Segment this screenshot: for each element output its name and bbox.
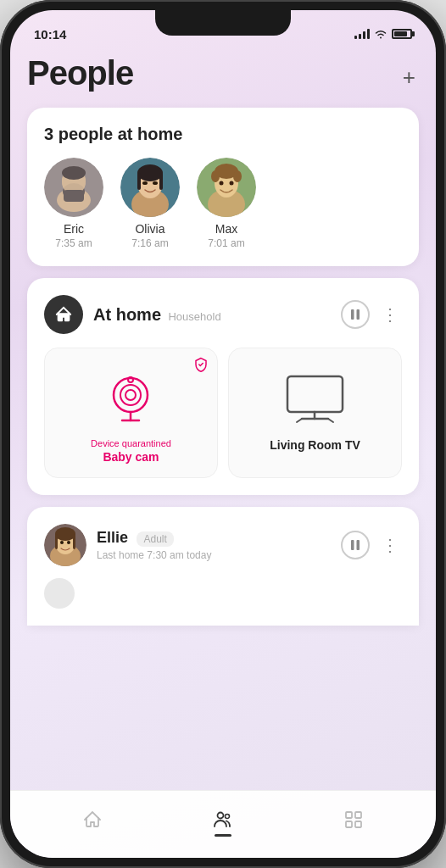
person-item-eric[interactable]: Eric 7:35 am	[44, 158, 103, 249]
person-name-olivia: Olivia	[135, 222, 164, 236]
at-home-title: At home	[93, 305, 161, 324]
tv-svg	[283, 373, 347, 424]
svg-point-14	[153, 181, 158, 185]
svg-point-43	[67, 541, 70, 544]
at-home-card: At home Household ⋮	[27, 278, 419, 495]
signal-icon	[354, 29, 370, 39]
svg-rect-50	[346, 821, 352, 827]
svg-point-30	[128, 377, 133, 382]
ellie-name: Ellie	[97, 529, 128, 546]
svg-point-21	[220, 181, 224, 186]
status-time: 10:14	[34, 27, 66, 42]
svg-rect-40	[55, 534, 58, 549]
home-icon	[54, 305, 73, 324]
svg-rect-44	[351, 540, 354, 550]
svg-point-20	[233, 170, 242, 182]
ellie-pause-button[interactable]	[341, 531, 370, 559]
svg-rect-11	[137, 173, 141, 190]
svg-point-39	[55, 527, 75, 541]
svg-rect-5	[64, 190, 84, 202]
svg-rect-48	[346, 812, 352, 818]
main-content: People + 3 people at home	[10, 47, 436, 858]
svg-rect-49	[355, 812, 361, 818]
device-card-baby-cam[interactable]: Device quarantined Baby cam	[44, 348, 218, 478]
svg-rect-31	[287, 376, 343, 412]
person-time-eric: 7:35 am	[55, 237, 92, 249]
at-home-header: At home Household ⋮	[44, 295, 402, 334]
people-at-home-card: 3 people at home	[27, 108, 419, 266]
svg-line-35	[328, 419, 333, 422]
svg-point-22	[230, 181, 234, 186]
device-name-tv: Living Room TV	[270, 438, 360, 452]
nav-devices-icon	[343, 810, 364, 830]
devices-row: Device quarantined Baby cam	[44, 348, 402, 478]
svg-rect-24	[357, 309, 360, 320]
at-home-controls: ⋮	[341, 300, 402, 329]
pause-icon	[349, 309, 361, 320]
person-time-max: 7:01 am	[208, 237, 244, 249]
ellie-card-header: Ellie Adult Last home 7:30 am today ⋮	[44, 524, 402, 566]
avatar-ellie	[44, 524, 86, 566]
avatar-olivia	[120, 158, 180, 217]
page-header: People +	[27, 47, 419, 108]
baby-cam-svg	[103, 371, 159, 426]
notch	[155, 10, 291, 36]
svg-point-13	[142, 181, 148, 185]
svg-rect-41	[73, 534, 75, 549]
wifi-icon	[374, 29, 387, 39]
svg-point-47	[226, 814, 230, 818]
status-icons	[354, 29, 412, 39]
svg-point-26	[120, 385, 141, 405]
svg-point-42	[60, 541, 64, 544]
svg-rect-23	[351, 309, 354, 320]
svg-point-46	[218, 812, 224, 818]
avatar-eric	[44, 158, 103, 217]
household-badge: Household	[168, 310, 220, 323]
avatars-row: Eric 7:35 am	[44, 158, 402, 249]
ellie-more-button[interactable]: ⋮	[378, 531, 402, 559]
person-name-max: Max	[215, 222, 237, 236]
bottom-nav	[10, 790, 436, 858]
ellie-card: Ellie Adult Last home 7:30 am today ⋮	[27, 507, 419, 626]
avatar-max	[197, 158, 256, 217]
nav-home-icon	[82, 810, 103, 830]
svg-line-34	[297, 419, 302, 422]
ellie-sub-row	[44, 578, 402, 609]
people-count-label: 3 people at home	[44, 125, 402, 144]
nav-item-home[interactable]	[69, 804, 116, 835]
person-time-olivia: 7:16 am	[131, 237, 168, 249]
svg-point-10	[137, 164, 163, 181]
ellie-role: Adult	[137, 531, 173, 547]
nav-item-devices[interactable]	[330, 804, 377, 835]
quarantine-icon	[193, 357, 209, 376]
page-title: People	[27, 54, 133, 92]
add-button[interactable]: +	[399, 61, 419, 94]
nav-people-icon	[213, 810, 233, 830]
battery-icon	[392, 29, 412, 39]
svg-point-19	[211, 170, 220, 182]
svg-rect-45	[357, 540, 360, 550]
device-status-baby-cam: Device quarantined	[91, 438, 171, 448]
phone-screen: 10:14 People +	[10, 10, 436, 858]
person-item-olivia[interactable]: Olivia 7:16 am	[120, 158, 180, 249]
ellie-status: Last home 7:30 am today	[97, 549, 331, 561]
svg-rect-51	[355, 821, 361, 827]
pause-button[interactable]	[341, 300, 370, 329]
ellie-controls: ⋮	[341, 531, 402, 559]
svg-point-27	[125, 390, 136, 400]
ellie-pause-icon	[349, 539, 361, 551]
baby-cam-icon-area	[103, 369, 159, 428]
home-icon-circle	[44, 295, 83, 334]
tv-icon-area	[283, 369, 347, 428]
device-card-tv[interactable]: Living Room TV	[228, 348, 402, 478]
nav-item-people[interactable]	[199, 804, 247, 835]
phone-frame: 10:14 People +	[0, 0, 446, 868]
more-options-button[interactable]: ⋮	[378, 301, 402, 328]
person-item-max[interactable]: Max 7:01 am	[197, 158, 256, 249]
device-name-baby-cam: Baby cam	[103, 450, 159, 464]
svg-rect-12	[159, 173, 163, 190]
svg-point-6	[62, 166, 86, 180]
at-home-title-area: At home Household	[93, 305, 221, 325]
ellie-info: Ellie Adult Last home 7:30 am today	[97, 529, 331, 561]
nav-active-indicator	[215, 834, 231, 837]
